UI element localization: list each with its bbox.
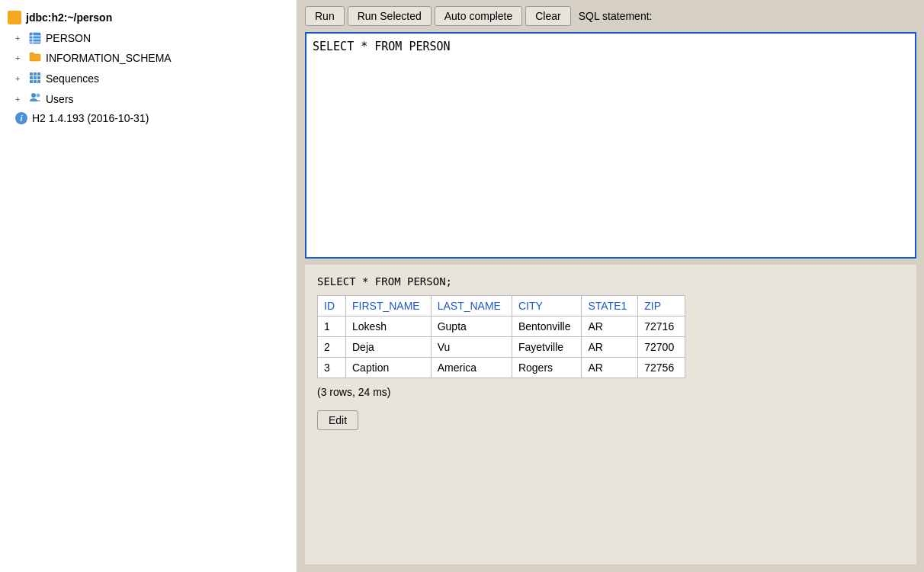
table-cell-r1-c1: Deja <box>346 337 432 358</box>
results-thead: IDFIRST_NAMELAST_NAMECITYSTATE1ZIP <box>318 296 685 317</box>
table-cell-r0-c3: Bentonville <box>512 317 582 337</box>
table-icon <box>29 33 41 43</box>
col-header-state1: STATE1 <box>582 296 638 317</box>
svg-rect-9 <box>34 76 37 79</box>
col-header-zip: ZIP <box>638 296 685 317</box>
table-cell-r2-c1: Caption <box>346 358 432 378</box>
sidebar-item-users[interactable]: + Users <box>0 88 297 109</box>
table-row: 1LokeshGuptaBentonvilleAR72716 <box>318 317 685 337</box>
sql-editor-wrapper <box>305 32 916 259</box>
expand-icon-3: + <box>15 74 24 83</box>
toolbar: Run Run Selected Auto complete Clear SQL… <box>297 0 924 32</box>
table-cell-r1-c3: Fayetville <box>512 337 582 358</box>
clear-button[interactable]: Clear <box>525 6 570 26</box>
table-cell-r2-c5: 72756 <box>638 358 685 378</box>
sidebar-item-information-schema[interactable]: + INFORMATION_SCHEMA <box>0 47 297 68</box>
results-area: SELECT * FROM PERSON; IDFIRST_NAMELAST_N… <box>305 265 916 564</box>
svg-rect-12 <box>34 80 37 83</box>
table-cell-r1-c0: 2 <box>318 337 346 358</box>
version-label: H2 1.4.193 (2016-10-31) <box>32 112 149 124</box>
table-cell-r0-c2: Gupta <box>431 317 512 337</box>
table-cell-r0-c1: Lokesh <box>346 317 432 337</box>
table-cell-r0-c5: 72716 <box>638 317 685 337</box>
sidebar-version: i H2 1.4.193 (2016-10-31) <box>0 109 297 127</box>
sql-editor[interactable] <box>306 34 915 255</box>
results-table: IDFIRST_NAMELAST_NAMECITYSTATE1ZIP 1Loke… <box>317 295 685 378</box>
edit-button[interactable]: Edit <box>317 410 358 430</box>
table-cell-r2-c0: 3 <box>318 358 346 378</box>
svg-rect-11 <box>30 80 33 83</box>
auto-complete-button[interactable]: Auto complete <box>435 6 523 26</box>
svg-rect-7 <box>37 72 40 76</box>
expand-icon-2: + <box>15 53 24 63</box>
table-cell-r2-c2: America <box>431 358 512 378</box>
main-content: Run Run Selected Auto complete Clear SQL… <box>297 0 924 572</box>
sidebar-connection[interactable]: jdbc:h2:~/person <box>0 6 297 29</box>
svg-rect-5 <box>30 72 33 76</box>
svg-rect-13 <box>37 80 40 83</box>
results-tbody: 1LokeshGuptaBentonvilleAR727162DejaVuFay… <box>318 317 685 378</box>
sidebar-item-sequences-label: Sequences <box>46 72 99 85</box>
sidebar-item-sequences[interactable]: + Sequences <box>0 68 297 88</box>
table-row: 2DejaVuFayetvilleAR72700 <box>318 337 685 358</box>
svg-point-14 <box>31 93 36 98</box>
info-icon: i <box>15 112 27 124</box>
col-header-id: ID <box>318 296 346 317</box>
database-icon <box>8 11 21 24</box>
sidebar-item-info-schema-label: INFORMATION_SCHEMA <box>46 52 172 64</box>
table-row: 3CaptionAmericaRogersAR72756 <box>318 358 685 378</box>
col-header-city: CITY <box>512 296 582 317</box>
table-cell-r1-c2: Vu <box>431 337 512 358</box>
results-header-row: IDFIRST_NAMELAST_NAMECITYSTATE1ZIP <box>318 296 685 317</box>
connection-title: jdbc:h2:~/person <box>26 11 112 24</box>
table-cell-r2-c3: Rogers <box>512 358 582 378</box>
svg-rect-6 <box>34 72 37 76</box>
sidebar-item-person[interactable]: + PERSON <box>0 29 297 47</box>
folder-icon <box>29 50 41 65</box>
table-cell-r1-c4: AR <box>582 337 638 358</box>
results-query: SELECT * FROM PERSON; <box>317 275 904 288</box>
sidebar-item-person-label: PERSON <box>46 32 91 44</box>
table-cell-r0-c0: 1 <box>318 317 346 337</box>
sequences-icon <box>29 71 41 85</box>
table-cell-r2-c4: AR <box>582 358 638 378</box>
table-cell-r1-c5: 72700 <box>638 337 685 358</box>
sql-statement-label: SQL statement: <box>579 10 653 22</box>
svg-rect-10 <box>37 76 40 79</box>
svg-point-15 <box>37 94 40 98</box>
expand-icon: + <box>15 34 24 43</box>
run-selected-button[interactable]: Run Selected <box>348 6 432 26</box>
expand-icon-4: + <box>15 95 24 104</box>
table-cell-r0-c4: AR <box>582 317 638 337</box>
col-header-last_name: LAST_NAME <box>431 296 512 317</box>
users-icon <box>29 92 41 106</box>
col-header-first_name: FIRST_NAME <box>346 296 432 317</box>
rows-info: (3 rows, 24 ms) <box>317 386 904 398</box>
run-button[interactable]: Run <box>305 6 345 26</box>
svg-rect-8 <box>30 76 33 79</box>
sidebar-item-users-label: Users <box>46 93 74 105</box>
sidebar: jdbc:h2:~/person + PERSON + INFORMATION_… <box>0 0 297 572</box>
